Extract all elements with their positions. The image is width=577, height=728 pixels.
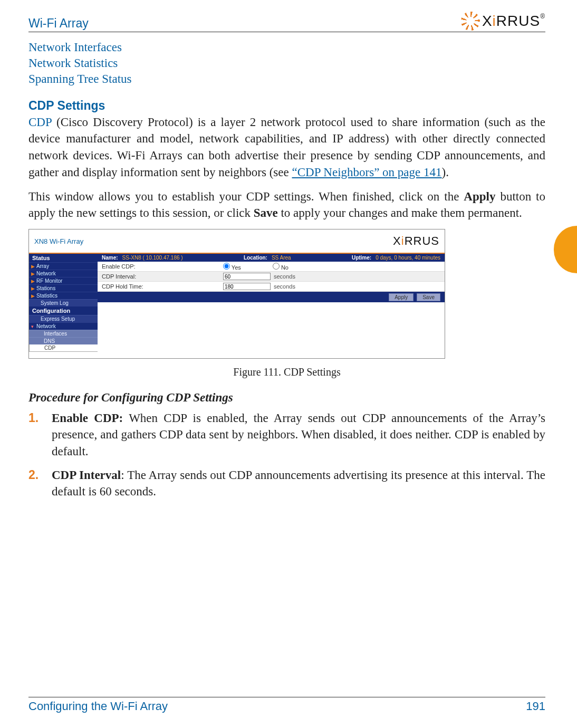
step-2: 2. CDP Interval: The Array sends out CDP…	[52, 467, 545, 500]
step-2-text: : The Array sends out CDP announcements …	[52, 468, 545, 498]
interval-unit: seconds	[274, 273, 295, 280]
chevron-right-icon: ▶	[31, 271, 35, 276]
p2-apply: Apply	[464, 190, 495, 203]
save-button[interactable]: Save	[417, 293, 440, 301]
slogo-rrus: RRUS	[405, 234, 439, 247]
name-label: Name:	[102, 255, 118, 261]
screenshot-header: XN8 Wi-Fi Array XiRRUS	[29, 229, 445, 254]
nav-item-interfaces[interactable]: Interfaces	[29, 330, 98, 337]
page-number: 191	[526, 700, 545, 713]
screenshot-main: Name: SS-XN8 ( 10.100.47.186 ) Location:…	[98, 254, 445, 358]
link-network-statistics[interactable]: Network Statistics	[28, 55, 545, 71]
row-enable-cdp: Enable CDP: Yes No	[98, 262, 445, 272]
footer-title: Configuring the Wi-Fi Array	[28, 700, 168, 713]
enable-cdp-label: Enable CDP:	[102, 263, 191, 270]
link-network-interfaces[interactable]: Network Interfaces	[28, 40, 545, 55]
logo-rrus: RRUS	[496, 13, 540, 29]
screenshot-logo: XiRRUS	[393, 234, 439, 248]
nav-item-cdp[interactable]: CDP	[29, 344, 98, 352]
figure-wrap: XN8 Wi-Fi Array XiRRUS Status ▶Array ▶Ne…	[28, 229, 545, 378]
slogo-x: X	[393, 234, 401, 247]
logo-text: XiRRUS®	[482, 13, 545, 30]
nav-item-rf-monitor[interactable]: ▶RF Monitor	[29, 277, 98, 284]
apply-button[interactable]: Apply	[389, 293, 413, 301]
screenshot-panel: XN8 Wi-Fi Array XiRRUS Status ▶Array ▶Ne…	[28, 229, 445, 359]
logo-reg: ®	[540, 13, 545, 20]
p2-save: Save	[254, 206, 278, 219]
nav-item-stations[interactable]: ▶Stations	[29, 284, 98, 292]
section-heading: CDP Settings	[28, 99, 545, 113]
nav-status-head: Status	[29, 254, 98, 262]
header-title: Wi-Fi Array	[28, 16, 89, 31]
step-number: 2.	[28, 467, 39, 483]
paragraph-2: This window allows you to establish your…	[28, 188, 545, 222]
xref-cdp-neighbors[interactable]: “CDP Neighbors” on page 141	[292, 166, 442, 179]
step-number: 1.	[28, 410, 39, 426]
procedure-heading: Procedure for Configuring CDP Settings	[28, 391, 545, 405]
radio-no-input[interactable]	[273, 263, 280, 270]
link-spanning-tree-status[interactable]: Spanning Tree Status	[28, 71, 545, 87]
location-label: Location:	[244, 255, 267, 261]
chevron-right-icon: ▶	[31, 286, 35, 291]
scrollbar[interactable]	[445, 229, 445, 358]
screenshot-title: XN8 Wi-Fi Array	[34, 237, 83, 245]
p2a: This window allows you to establish your…	[28, 190, 464, 203]
page-footer: Configuring the Wi-Fi Array 191	[28, 697, 545, 713]
p1-body: (Cisco Discovery Protocol) is a layer 2 …	[28, 116, 545, 179]
step-2-bold: CDP Interval	[52, 468, 121, 482]
step-1-bold: Enable CDP:	[52, 411, 123, 425]
chevron-down-icon: ▾	[31, 324, 34, 329]
button-row: Apply Save	[98, 292, 445, 302]
cdp-interval-input[interactable]	[223, 273, 271, 280]
page-header: Wi-Fi Array XiRRUS®	[28, 12, 545, 32]
nav-item-statistics[interactable]: ▶Statistics	[29, 292, 98, 299]
procedure-steps: 1. Enable CDP: When CDP is enabled, the …	[28, 410, 545, 500]
row-cdp-interval: CDP Interval: seconds	[98, 272, 445, 282]
brand-logo: XiRRUS®	[461, 12, 545, 31]
cdp-hold-input[interactable]	[223, 283, 271, 290]
location-value: SS Area	[272, 255, 291, 261]
page-thumb-tab	[554, 226, 577, 273]
chevron-right-icon: ▶	[31, 264, 35, 269]
uptime-label: Uptime:	[352, 255, 371, 261]
radio-yes[interactable]: Yes	[223, 263, 241, 271]
status-bar: Name: SS-XN8 ( 10.100.47.186 ) Location:…	[98, 254, 445, 262]
topic-links: Network Interfaces Network Statistics Sp…	[28, 40, 545, 87]
name-value: SS-XN8 ( 10.100.47.186 )	[122, 255, 183, 261]
uptime-value: 0 days, 0 hours, 40 minutes	[376, 255, 440, 261]
cdp-hold-label: CDP Hold Time:	[102, 283, 191, 290]
radio-yes-input[interactable]	[223, 263, 230, 270]
step-1: 1. Enable CDP: When CDP is enabled, the …	[52, 410, 545, 459]
logo-x: X	[482, 13, 493, 29]
p1-tail: ).	[442, 166, 449, 179]
paragraph-1: CDP (Cisco Discovery Protocol) is a laye…	[28, 114, 545, 181]
nav-item-dns[interactable]: DNS	[29, 337, 98, 344]
step-1-text: When CDP is enabled, the Array sends out…	[52, 411, 545, 458]
screenshot-nav: Status ▶Array ▶Network ▶RF Monitor ▶Stat…	[29, 254, 98, 358]
sunburst-icon	[461, 12, 480, 31]
figure-caption: Figure 111. CDP Settings	[28, 366, 545, 378]
p2e: to apply your changes and make them perm…	[278, 206, 522, 219]
nav-item-system-log[interactable]: System Log	[29, 299, 98, 306]
nav-item-express-setup[interactable]: Express Setup	[29, 315, 98, 322]
nav-item-network[interactable]: ▶Network	[29, 270, 98, 277]
nav-item-network-2[interactable]: ▾Network	[29, 322, 98, 330]
hold-unit: seconds	[274, 283, 295, 290]
chevron-right-icon: ▶	[31, 293, 35, 299]
radio-no[interactable]: No	[273, 263, 288, 271]
cdp-term: CDP	[28, 116, 52, 129]
row-cdp-hold-time: CDP Hold Time: seconds	[98, 282, 445, 292]
logo-i: i	[493, 13, 496, 29]
cdp-interval-label: CDP Interval:	[102, 273, 191, 280]
nav-item-array[interactable]: ▶Array	[29, 262, 98, 270]
chevron-right-icon: ▶	[31, 279, 35, 284]
nav-config-head: Configuration	[29, 306, 98, 315]
